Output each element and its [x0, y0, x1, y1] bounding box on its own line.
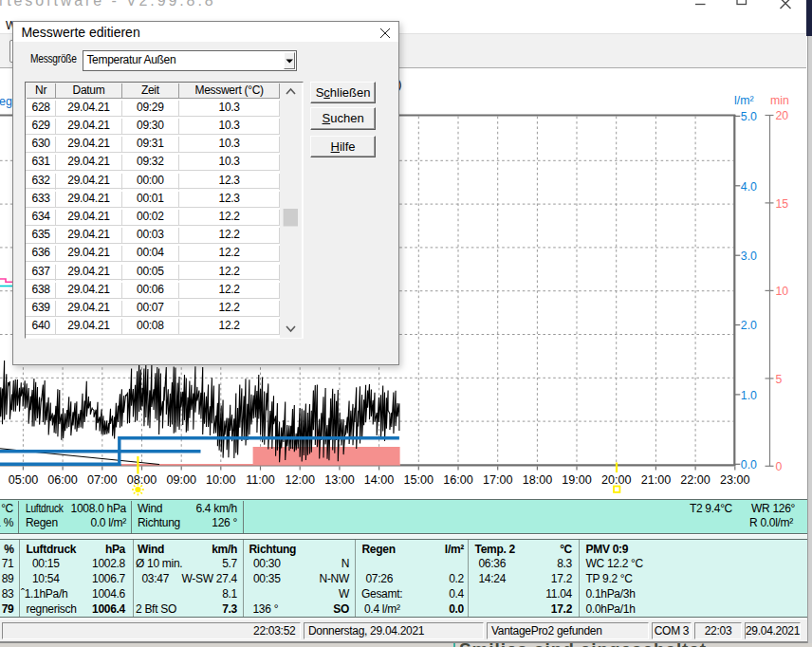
svg-text:13:00: 13:00 [324, 473, 355, 487]
svg-text:16:00: 16:00 [443, 473, 473, 487]
svg-text:20: 20 [776, 109, 789, 122]
svg-text:15: 15 [776, 197, 789, 211]
svg-text:20:00: 20:00 [601, 473, 632, 487]
svg-text:2.0: 2.0 [741, 319, 757, 332]
svg-text:07:00: 07:00 [87, 473, 118, 487]
svg-text:0.0: 0.0 [741, 458, 757, 471]
svg-text:3.0: 3.0 [741, 250, 757, 263]
svg-text:14:00: 14:00 [364, 473, 395, 487]
svg-text:08:00: 08:00 [127, 473, 157, 487]
svg-text:5.0: 5.0 [741, 110, 757, 123]
svg-text:1.0: 1.0 [741, 389, 757, 402]
svg-text:11:00: 11:00 [246, 473, 275, 487]
svg-text:10: 10 [776, 285, 789, 298]
svg-text:05:00: 05:00 [9, 473, 39, 487]
svg-text:min: min [770, 94, 789, 107]
svg-text:5: 5 [776, 373, 783, 386]
svg-text:09:00: 09:00 [166, 473, 196, 487]
svg-text:4.0: 4.0 [741, 180, 757, 194]
svg-text:06:00: 06:00 [47, 473, 78, 487]
svg-text:17:00: 17:00 [483, 473, 513, 487]
svg-text:l/m²: l/m² [734, 94, 754, 107]
svg-text:23:00: 23:00 [720, 473, 750, 487]
svg-text:22:00: 22:00 [680, 473, 710, 487]
svg-text:15:00: 15:00 [404, 473, 434, 487]
svg-text:21:00: 21:00 [641, 473, 672, 487]
svg-text:19:00: 19:00 [562, 473, 592, 487]
svg-text:0: 0 [776, 460, 783, 473]
svg-text:10:00: 10:00 [206, 473, 236, 487]
svg-text:18:00: 18:00 [523, 473, 553, 487]
svg-text:12:00: 12:00 [285, 473, 315, 487]
